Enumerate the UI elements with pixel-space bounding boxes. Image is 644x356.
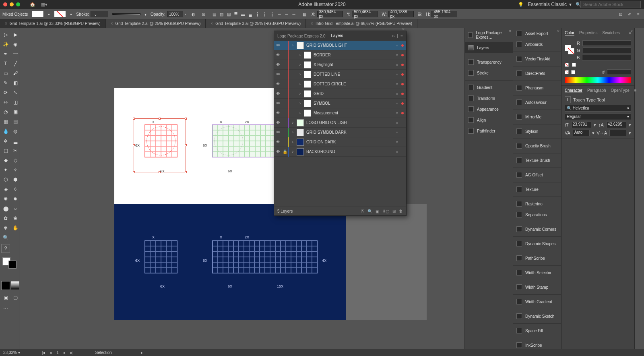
target-icon[interactable]: ○ (396, 82, 401, 86)
help-bulb-icon[interactable]: 💡 (518, 2, 524, 7)
panel-tab-stroke[interactable]: Stroke (465, 68, 513, 79)
layer-name[interactable]: DOTTED CIRCLE (314, 82, 396, 86)
target-icon[interactable]: ○ (396, 43, 401, 48)
extra-tool-13[interactable]: ✿ (1, 214, 10, 223)
stroke-swatch-dd[interactable] (54, 11, 66, 17)
visibility-toggle[interactable]: 👁 (274, 53, 282, 57)
layer-name[interactable]: LOGO GRID ON LIGHT (306, 120, 396, 125)
help-tool-icon[interactable]: ? (1, 244, 10, 253)
layer-row[interactable]: 👁›DOTTED CIRCLE○ (274, 79, 406, 89)
traffic-light-max[interactable] (16, 2, 20, 6)
panel-tab[interactable]: VectorFirstAid (513, 54, 561, 64)
edit-icon[interactable]: ✐ (626, 11, 633, 17)
recolor-icon[interactable]: ◐ (190, 11, 196, 17)
kerning-input[interactable]: Auto (573, 130, 590, 136)
eyedropper-tool[interactable]: 💧 (1, 127, 10, 136)
mesh-tool[interactable]: ▦ (1, 117, 10, 126)
isolate-icon[interactable]: ⊡ (617, 11, 624, 17)
panel-tab-logo-express[interactable]: Logo Package Expres… (465, 28, 513, 42)
artboard-nav-first[interactable]: |◂ (42, 350, 45, 355)
visibility-toggle[interactable]: 👁 (274, 101, 282, 106)
brush-definition-dd[interactable] (112, 13, 140, 15)
dist-v3[interactable]: ═ (291, 11, 297, 17)
layer-row[interactable]: 👁›SYMBOL○ (274, 99, 406, 108)
layer-name[interactable]: SYMBOL (314, 101, 396, 106)
font-style-dd[interactable]: Regular▾ (565, 113, 631, 120)
touch-type-button[interactable]: T̲ (565, 96, 571, 103)
expand-toggle[interactable]: › (289, 111, 301, 115)
b-input[interactable] (582, 55, 631, 60)
layer-row[interactable]: 👁›Measurement○ (274, 108, 406, 118)
leading-input[interactable]: 42,6295 (606, 122, 626, 128)
panel-close-icon[interactable]: × (402, 27, 405, 31)
rotate-tool[interactable]: ⟳ (1, 88, 10, 97)
g-input[interactable] (583, 48, 631, 53)
home-icon[interactable]: 🏠 (30, 2, 35, 7)
expand-toggle[interactable]: › (289, 130, 294, 135)
opacity-input[interactable]: 100% (167, 11, 183, 17)
align-vcenter[interactable]: ▬ (240, 11, 246, 17)
panel-tab-transform[interactable]: Transform (465, 93, 513, 104)
options-icon[interactable]: ≡ (635, 11, 642, 17)
hand-tool[interactable]: ✋ (11, 224, 20, 232)
layer-row[interactable]: 👁🔒›BACKGROUND○ (274, 147, 406, 157)
x-input[interactable]: 380,9454 px (317, 11, 343, 17)
layer-name[interactable]: BACKGROUND (306, 149, 396, 154)
close-tab-icon[interactable]: × (211, 21, 213, 26)
target-icon[interactable]: ○ (396, 53, 401, 57)
extra-tool-10[interactable]: ✹ (11, 195, 20, 203)
perspective-tool[interactable]: ▣ (11, 108, 20, 116)
layer-name[interactable]: Measurement (314, 111, 396, 115)
tracking-input[interactable] (609, 130, 626, 136)
panel-close-icon[interactable]: × (557, 29, 559, 33)
font-size-input[interactable]: 23,9791 (571, 122, 591, 128)
artboard-tool[interactable]: ▢ (1, 146, 10, 155)
workspace-dropdown[interactable]: Essentials Classic ▾ (528, 2, 572, 7)
panel-tab[interactable]: Asset Export (513, 28, 561, 39)
layer-row[interactable]: 👁›GRID ON DARK○ (274, 137, 406, 147)
selection-tool[interactable]: ▷ (1, 30, 10, 39)
expand-toggle[interactable]: › (289, 82, 301, 86)
shape-builder-tool[interactable]: ◔ (1, 108, 10, 116)
brush-tool[interactable]: 🖌 (11, 69, 20, 78)
panel-tab[interactable]: Width Selector (513, 267, 561, 278)
extra-tool-3[interactable]: ✦ (1, 166, 10, 174)
panel-tab[interactable]: Phantasm (513, 83, 561, 93)
dist-h2[interactable]: ┇ (262, 11, 268, 17)
extra-tool-14[interactable]: ❀ (11, 214, 20, 223)
panel-close-icon[interactable]: × (630, 29, 633, 33)
expand-toggle[interactable]: › (289, 72, 301, 77)
delete-icon[interactable]: 🗑 (399, 209, 403, 213)
search-stock-input[interactable] (580, 1, 641, 8)
h-input[interactable]: 455,1904 px (431, 11, 457, 17)
properties-tab[interactable]: Properties (579, 31, 598, 35)
eraser-tool[interactable]: ◧ (11, 79, 20, 87)
panel-tab[interactable]: Dynamic Sketch (513, 311, 561, 322)
none-swatch[interactable] (565, 63, 569, 67)
dist-h3[interactable]: ┇ (269, 11, 275, 17)
layers-panel-tab-layers[interactable]: Layers (331, 33, 343, 38)
shaper-tool[interactable]: ✎ (1, 79, 10, 87)
layer-row[interactable]: 👁›LOGO GRID ON LIGHT○ (274, 118, 406, 128)
close-tab-icon[interactable]: × (5, 21, 7, 26)
fill-stroke-mini[interactable] (565, 45, 574, 54)
new-layer-icon[interactable]: ⊞ (392, 209, 396, 213)
panel-tab[interactable]: Separations (513, 209, 561, 220)
character-tab[interactable]: Character (565, 88, 582, 93)
layer-row[interactable]: 👁›GRID SYMBOL LIGHT○ (274, 41, 406, 50)
document-tab[interactable]: ×Intro-Grid-Template.ai @ 66,67% (RGB/GP… (306, 19, 417, 28)
layer-name[interactable]: GRID SYMBOL LIGHT (306, 43, 396, 48)
layer-name[interactable]: GRID (314, 91, 396, 96)
dist-v1[interactable]: ═ (276, 11, 283, 17)
new-sublayer-icon[interactable]: ⬇▢ (382, 209, 389, 213)
layer-name[interactable]: X Highlight (314, 62, 396, 67)
panel-tab-pathfinder[interactable]: Pathfinder (465, 126, 513, 137)
screen-mode[interactable]: ▣ (1, 293, 10, 302)
panel-tab[interactable]: Dynamic Shapes (513, 238, 561, 249)
white-swatch[interactable] (572, 63, 576, 67)
stroke-swatch[interactable] (8, 261, 17, 269)
target-icon[interactable]: ○ (396, 140, 401, 144)
target-icon[interactable]: ○ (396, 62, 401, 67)
layers-panel-tab-logo[interactable]: Logo Package Express 2.0 (277, 34, 326, 38)
extra-tool-8[interactable]: ◊ (11, 185, 20, 194)
